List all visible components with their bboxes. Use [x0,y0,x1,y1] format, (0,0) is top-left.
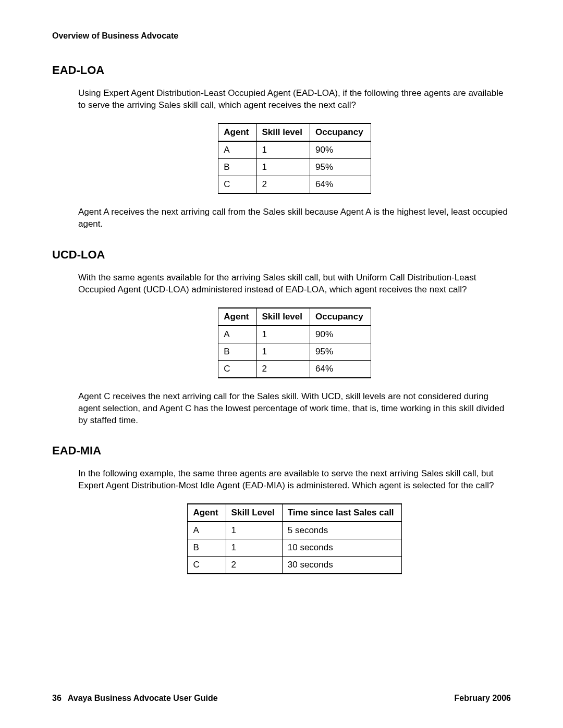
footer-date: February 2006 [454,694,511,703]
table-header-row: Agent Skill level Occupancy [218,308,371,326]
table-ead-mia: Agent Skill Level Time since last Sales … [187,503,401,574]
col-header: Skill level [256,124,310,141]
cell: 30 seconds [282,557,401,574]
page-number: 36 [52,694,62,703]
section-title: UCD-LOA [52,248,511,262]
cell: 5 seconds [282,522,401,539]
section-ead-loa: EAD-LOA Using Expert Agent Distribution-… [52,64,511,230]
section-intro: In the following example, the same three… [78,468,511,492]
col-header: Agent [218,308,256,326]
table-row: A 1 5 seconds [188,522,401,539]
cell: B [218,343,256,360]
table-row: B 1 95% [218,158,371,176]
section-conclusion: Agent A receives the next arriving call … [78,206,511,230]
table-ead-loa: Agent Skill level Occupancy A 1 90% B [218,123,371,194]
cell: 2 [256,360,310,378]
cell: C [218,360,256,378]
cell: A [188,522,226,539]
table-header-row: Agent Skill level Occupancy [218,124,371,141]
guide-title: Avaya Business Advocate User Guide [68,694,218,703]
cell: C [188,557,226,574]
running-header: Overview of Business Advocate [52,31,511,41]
table-row: C 2 30 seconds [188,557,401,574]
cell: 1 [256,343,310,360]
col-header: Skill Level [226,504,282,522]
table-row: B 1 95% [218,343,371,360]
cell: 64% [310,360,371,378]
section-title: EAD-MIA [52,444,511,458]
cell: C [218,176,256,193]
cell: B [188,539,226,557]
table-row: A 1 90% [218,141,371,159]
section-ucd-loa: UCD-LOA With the same agents available f… [52,248,511,427]
cell: 1 [256,158,310,176]
page: Overview of Business Advocate EAD-LOA Us… [0,0,563,728]
cell: 95% [310,343,371,360]
section-intro: Using Expert Agent Distribution-Least Oc… [78,88,511,112]
table-row: A 1 90% [218,326,371,343]
cell: 2 [256,176,310,193]
table-row: B 1 10 seconds [188,539,401,557]
col-header: Agent [218,124,256,141]
cell: 64% [310,176,371,193]
table-ucd-loa: Agent Skill level Occupancy A 1 90% B [218,307,371,378]
cell: 90% [310,326,371,343]
section-title: EAD-LOA [52,64,511,77]
col-header: Occupancy [310,124,371,141]
cell: 1 [256,141,310,159]
col-header: Time since last Sales call [282,504,401,522]
cell: B [218,158,256,176]
cell: 10 seconds [282,539,401,557]
table-row: C 2 64% [218,176,371,193]
section-conclusion: Agent C receives the next arriving call … [78,391,511,427]
cell: 90% [310,141,371,159]
cell: 2 [226,557,282,574]
cell: 1 [256,326,310,343]
col-header: Agent [188,504,226,522]
col-header: Occupancy [310,308,371,326]
cell: 95% [310,158,371,176]
col-header: Skill level [256,308,310,326]
cell: 1 [226,522,282,539]
cell: 1 [226,539,282,557]
section-intro: With the same agents available for the a… [78,272,511,296]
cell: A [218,326,256,343]
section-ead-mia: EAD-MIA In the following example, the sa… [52,444,511,574]
page-footer: 36 Avaya Business Advocate User Guide Fe… [52,694,511,703]
table-header-row: Agent Skill Level Time since last Sales … [188,504,401,522]
cell: A [218,141,256,159]
table-row: C 2 64% [218,360,371,378]
